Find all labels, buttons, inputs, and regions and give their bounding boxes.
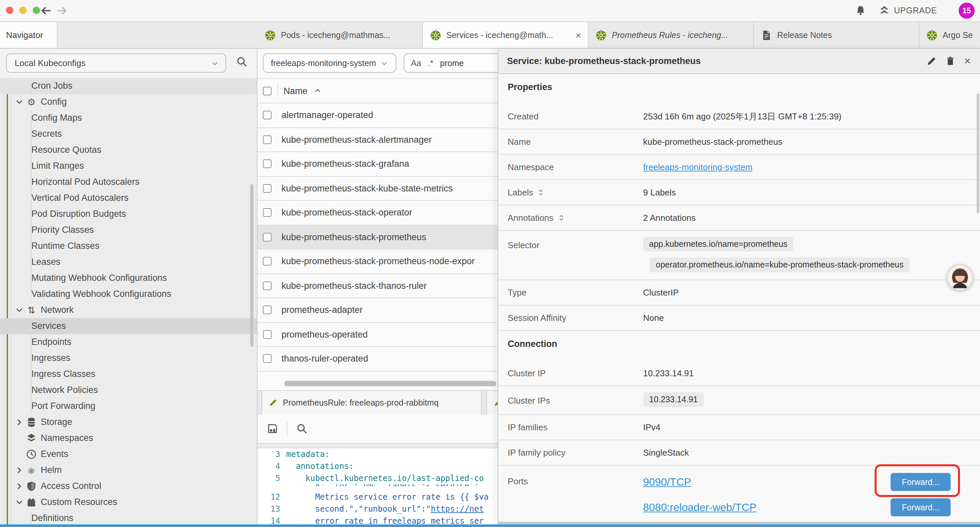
service-row-kube-prometheus-stack-prometheus-node-expor[interactable]: kube-prometheus-stack-prometheus-node-ex…: [258, 250, 498, 274]
window-maximize-button[interactable]: [33, 7, 40, 14]
select-checkbox[interactable]: [263, 306, 272, 315]
code-link[interactable]: https://net: [431, 504, 484, 514]
editor-line: 8","for":"hm","labels":{"service":: [258, 484, 498, 491]
sidebar-item-cron-jobs[interactable]: Cron Jobs: [0, 78, 257, 94]
horizontal-scrollbar[interactable]: [258, 380, 498, 387]
namespace-link[interactable]: freeleaps-monitoring-system: [643, 162, 752, 172]
sidebar-item-network-policies[interactable]: Network Policies: [0, 382, 257, 398]
notifications-bell-icon[interactable]: [855, 5, 866, 16]
forward-icon[interactable]: [56, 5, 68, 17]
search-icon[interactable]: [296, 423, 307, 434]
window-minimize-button[interactable]: [19, 7, 27, 14]
select-checkbox[interactable]: [263, 282, 272, 290]
window-close-button[interactable]: [6, 7, 13, 14]
sidebar-item-custom-resources[interactable]: Custom Resources: [0, 494, 257, 510]
select-checkbox[interactable]: [263, 257, 272, 266]
port-link[interactable]: 8080:reloader-web/TCP: [643, 502, 757, 514]
select-checkbox[interactable]: [263, 209, 272, 217]
sidebar-item-helm[interactable]: ⎈Helm: [0, 462, 257, 478]
sidebar-item-config[interactable]: ⚙Config: [0, 94, 257, 110]
sidebar-item-ingresses[interactable]: Ingresses: [0, 350, 257, 366]
select-checkbox[interactable]: [263, 135, 272, 144]
regex-toggle[interactable]: .*: [428, 58, 434, 68]
forward-button[interactable]: Forward...: [891, 473, 951, 491]
editor-tab[interactable]: PrometheusRule: freeleaps-prod-rabbitmq: [261, 391, 482, 414]
sidebar-item-pod-disruption-budgets[interactable]: Pod Disruption Budgets: [0, 206, 257, 222]
navigator-tab[interactable]: Navigator: [0, 22, 57, 48]
sidebar-item-network[interactable]: ⇅Network: [0, 302, 257, 318]
service-row-alertmanager-operated[interactable]: alertmanager-operated: [258, 103, 498, 128]
sidebar-item-definitions[interactable]: Definitions: [0, 510, 257, 524]
detail-value: kube-prometheus-stack-prometheus: [643, 137, 980, 147]
select-checkbox[interactable]: [263, 355, 272, 363]
match-case-toggle[interactable]: Aa: [411, 58, 421, 68]
namespace-selector[interactable]: freeleaps-monitoring-system: [263, 53, 396, 73]
tab-release-notes[interactable]: Release Notes: [754, 22, 919, 48]
service-row-kube-prometheus-stack-grafana[interactable]: kube-prometheus-stack-grafana: [258, 152, 498, 177]
tab-services-icecheng-math[interactable]: Services - icecheng@math...×: [423, 22, 589, 48]
edit-pencil-icon: [494, 398, 498, 407]
service-row-kube-prometheus-stack-prometheus[interactable]: kube-prometheus-stack-prometheus: [258, 225, 498, 250]
detail-label: Cluster IPs: [508, 392, 643, 406]
service-row-prometheus-operated[interactable]: prometheus-operated: [258, 323, 498, 347]
sidebar-scrollbar[interactable]: [250, 184, 253, 347]
select-all-checkbox[interactable]: [263, 86, 272, 95]
sidebar-item-storage[interactable]: Storage: [0, 414, 257, 430]
select-checkbox[interactable]: [263, 160, 272, 169]
port-link[interactable]: 9090/TCP: [643, 476, 691, 488]
drawer-scrollbar[interactable]: [977, 93, 979, 213]
service-row-thanos-ruler-operated[interactable]: thanos-ruler-operated: [258, 347, 498, 371]
sidebar-item-ingress-classes[interactable]: Ingress Classes: [0, 366, 257, 382]
upgrade-button[interactable]: UPGRADE: [879, 5, 937, 15]
sidebar-item-mutating-webhook-configurations[interactable]: Mutating Webhook Configurations: [0, 270, 257, 286]
select-checkbox[interactable]: [263, 184, 272, 193]
service-row-kube-prometheus-stack-alertmanager[interactable]: kube-prometheus-stack-alertmanager: [258, 128, 498, 152]
sidebar-item-events[interactable]: Events: [0, 446, 257, 462]
sidebar-item-leases[interactable]: Leases: [0, 254, 257, 270]
detail-row-created: Created253d 16h 6m ago (2025年1月13日 GMT+8…: [498, 100, 980, 129]
forward-button[interactable]: Forward...: [891, 498, 951, 516]
tab-prometheus-rules-icecheng[interactable]: Prometheus Rules - icecheng...: [589, 22, 754, 48]
edit-pencil-icon[interactable]: [927, 56, 937, 66]
sidebar-item-access-control[interactable]: Access Control: [0, 478, 257, 494]
select-checkbox[interactable]: [263, 111, 272, 120]
service-row-kube-prometheus-stack-thanos-ruler[interactable]: kube-prometheus-stack-thanos-ruler: [258, 274, 498, 298]
sidebar-item-limit-ranges[interactable]: Limit Ranges: [0, 158, 257, 174]
tab-argo-se[interactable]: Argo Se: [919, 22, 980, 48]
sidebar-item-config-maps[interactable]: Config Maps: [0, 110, 257, 126]
sidebar-item-vertical-pod-autoscalers[interactable]: Vertical Pod Autoscalers: [0, 190, 257, 206]
sidebar-item-priority-classes[interactable]: Priority Classes: [0, 222, 257, 238]
avatar[interactable]: [947, 264, 973, 291]
sidebar-item-resource-quotas[interactable]: Resource Quotas: [0, 142, 257, 158]
notification-count-badge[interactable]: 15: [959, 3, 975, 19]
sidebar-item-validating-webhook-configurations[interactable]: Validating Webhook Configurations: [0, 286, 257, 302]
close-tab-icon[interactable]: ×: [574, 30, 582, 40]
search-icon[interactable]: [236, 56, 248, 67]
sidebar-item-namespaces[interactable]: Namespaces: [0, 430, 257, 446]
sidebar-item-services[interactable]: Services: [0, 318, 257, 334]
sidebar-item-port-forwarding[interactable]: Port Forwarding: [0, 398, 257, 414]
sidebar-item-runtime-classes[interactable]: Runtime Classes: [0, 238, 257, 254]
resource-search-input[interactable]: Aa .* prome: [404, 53, 498, 73]
sidebar-item-secrets[interactable]: Secrets: [0, 126, 257, 142]
drawer-bottom-scrollbar[interactable]: [498, 522, 980, 524]
service-row-kube-prometheus-stack-kube-state-metrics[interactable]: kube-prometheus-stack-kube-state-metrics: [258, 177, 498, 201]
sort-ascending-icon[interactable]: [313, 87, 321, 95]
back-icon[interactable]: [40, 5, 52, 17]
code-text: kubectl.kubernetes.io/last-applied-co: [286, 472, 498, 484]
yaml-editor[interactable]: 3metadata:4 annotations:5 kubectl.kubern…: [258, 448, 498, 524]
tab-pods-icecheng-mathmas[interactable]: Pods - icecheng@mathmas...: [258, 22, 423, 48]
delete-trash-icon[interactable]: [945, 56, 955, 66]
sidebar-item-endpoints[interactable]: Endpoints: [0, 334, 257, 350]
service-row-kube-prometheus-stack-operator[interactable]: kube-prometheus-stack-operator: [258, 201, 498, 225]
service-row-prometheus-adapter[interactable]: prometheus-adapter: [258, 298, 498, 323]
kubeconfig-selector[interactable]: Local Kubeconfigs: [6, 53, 226, 73]
close-icon[interactable]: ×: [964, 54, 970, 68]
name-column-header[interactable]: Name: [283, 86, 307, 96]
save-icon[interactable]: [267, 423, 278, 434]
select-checkbox[interactable]: [263, 233, 272, 242]
sidebar-item-horizontal-pod-autoscalers[interactable]: Horizontal Pod Autoscalers: [0, 174, 257, 190]
scrollbar-thumb[interactable]: [284, 381, 496, 386]
editor-tab-partial[interactable]: [486, 391, 498, 414]
select-checkbox[interactable]: [263, 330, 272, 339]
